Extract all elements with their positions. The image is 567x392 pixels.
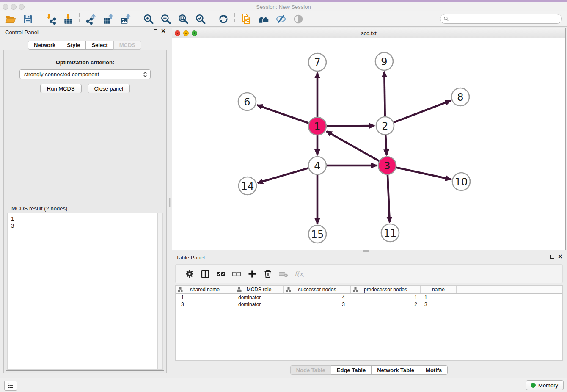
table-cell[interactable]: 3 (284, 301, 351, 307)
select-all-columns-icon (216, 269, 226, 279)
deselect-all-columns-icon[interactable] (228, 267, 244, 281)
delete-table-icon[interactable] (275, 267, 291, 281)
column-header-shared-name[interactable]: shared name (176, 286, 234, 293)
graph-node-10[interactable]: 10 (452, 173, 470, 190)
result-scrollbar[interactable] (157, 213, 162, 369)
import-network-icon[interactable] (42, 12, 59, 26)
graph-edge-1-2[interactable] (327, 126, 374, 126)
optimization-criterion-select[interactable]: strongly connected component (19, 69, 151, 79)
tab-edge-table[interactable]: Edge Table (331, 365, 372, 375)
task-history-button[interactable] (4, 381, 17, 391)
tab-motifs[interactable]: Motifs (420, 365, 448, 375)
table-cell[interactable]: 3 (176, 301, 234, 307)
tab-network-table[interactable]: Network Table (371, 365, 420, 375)
new-network-from-selection-icon (241, 14, 252, 25)
table-cell[interactable]: 3 (421, 301, 457, 307)
column-header-name[interactable]: name (421, 286, 457, 293)
graph-node-label: 10 (455, 176, 468, 188)
graph-node-9[interactable]: 9 (375, 52, 393, 70)
graph-edge-3-1[interactable] (327, 131, 379, 161)
column-header-successor-nodes[interactable]: successor nodes (284, 286, 351, 293)
table-cell[interactable]: dominator (234, 295, 284, 301)
graph-node-11[interactable]: 11 (381, 224, 399, 242)
table-cell[interactable]: 4 (284, 295, 351, 301)
float-panel-icon[interactable] (154, 29, 157, 33)
network-titlebar[interactable]: × − + scc.txt (172, 28, 565, 38)
split-view-icon (200, 269, 210, 279)
table-row[interactable]: 3dominator323 (176, 301, 562, 308)
table-cell[interactable]: 2 (351, 301, 421, 307)
table-settings-icon[interactable] (182, 267, 197, 281)
graph-node-4[interactable]: 4 (308, 157, 326, 174)
mcds-result-line: 3 (11, 222, 159, 229)
add-column-icon[interactable] (244, 267, 260, 281)
import-network-icon (45, 14, 56, 25)
tab-network[interactable]: Network (28, 41, 61, 50)
tab-select[interactable]: Select (85, 41, 113, 50)
search-input[interactable] (449, 15, 561, 23)
splitter-grip[interactable] (169, 198, 171, 207)
table-toolbar (175, 264, 563, 283)
table-cell[interactable]: 1 (351, 295, 421, 301)
column-header-MCDS-role[interactable]: MCDS role (234, 286, 284, 293)
control-panel-title: Control Panel (5, 29, 39, 36)
split-view-icon[interactable] (197, 267, 213, 281)
zoom-fit-icon[interactable] (174, 12, 192, 26)
tab-node-table[interactable]: Node Table (290, 365, 331, 375)
tab-style[interactable]: Style (61, 41, 86, 50)
splitter-grip[interactable] (363, 250, 369, 252)
export-network-icon[interactable] (82, 12, 99, 26)
float-panel-icon[interactable] (550, 255, 554, 259)
graph-node-2[interactable]: 2 (376, 117, 394, 135)
delete-column-icon[interactable] (260, 267, 275, 281)
save-session-icon[interactable] (19, 12, 36, 26)
import-table-icon (63, 14, 74, 25)
network-view-window: × − + scc.txt 1234678910111415 (172, 28, 566, 250)
search-icon (443, 16, 449, 22)
tab-mcds[interactable]: MCDS (113, 41, 141, 50)
close-panel-icon[interactable]: ✕ (161, 29, 166, 33)
export-table-icon[interactable] (99, 12, 117, 26)
new-network-from-selection-icon[interactable] (237, 12, 255, 26)
graph-node-1[interactable]: 1 (308, 117, 326, 135)
graph-edge-3-10[interactable] (396, 168, 451, 179)
close-panel-icon[interactable]: ✕ (558, 255, 563, 259)
graph-node-14[interactable]: 14 (239, 177, 256, 195)
unhide-icon[interactable] (289, 12, 307, 26)
run-mcds-button[interactable]: Run MCDS (40, 84, 82, 93)
graph-edge-2-9[interactable] (384, 72, 385, 116)
graph-node-6[interactable]: 6 (238, 93, 256, 110)
table-cell[interactable]: 1 (421, 295, 457, 301)
zoom-selected-icon[interactable] (192, 12, 209, 26)
graph-edge-3-11[interactable] (388, 175, 390, 222)
home-icon[interactable] (255, 12, 272, 26)
graph-edge-1-6[interactable] (257, 105, 309, 123)
zoom-out-icon[interactable] (157, 12, 174, 26)
graph-edge-4-14[interactable] (258, 168, 308, 183)
mcds-result-area[interactable]: 13 (7, 213, 163, 370)
app-title: Session: New Session (0, 4, 567, 10)
column-header-predecessor-nodes[interactable]: predecessor nodes (351, 286, 421, 293)
table-row[interactable]: 1dominator411 (176, 294, 562, 301)
graph-node-15[interactable]: 15 (308, 225, 326, 243)
export-image-icon[interactable] (117, 12, 134, 26)
hide-selected-icon[interactable] (272, 12, 289, 26)
graph-edge-2-3[interactable] (385, 135, 387, 155)
network-canvas[interactable]: 1234678910111415 (172, 38, 565, 250)
close-panel-button[interactable]: Close panel (88, 84, 130, 93)
select-all-columns-icon[interactable] (213, 267, 228, 281)
import-table-icon[interactable] (59, 12, 77, 26)
function-builder-icon[interactable] (291, 267, 307, 281)
table-cell[interactable]: 1 (176, 295, 234, 301)
zoom-in-icon[interactable] (140, 12, 157, 26)
apply-layout-icon[interactable] (215, 12, 232, 26)
control-panel-header: Control Panel ✕ (0, 27, 169, 38)
graph-node-8[interactable]: 8 (451, 88, 469, 106)
open-session-icon[interactable] (2, 12, 19, 26)
table-cell[interactable]: dominator (234, 301, 284, 307)
graph-node-7[interactable]: 7 (308, 53, 326, 71)
graph-edge-2-8[interactable] (394, 101, 451, 122)
graph-node-3[interactable]: 3 (378, 157, 396, 174)
memory-button[interactable]: Memory (526, 380, 564, 390)
search-box[interactable] (440, 14, 562, 24)
